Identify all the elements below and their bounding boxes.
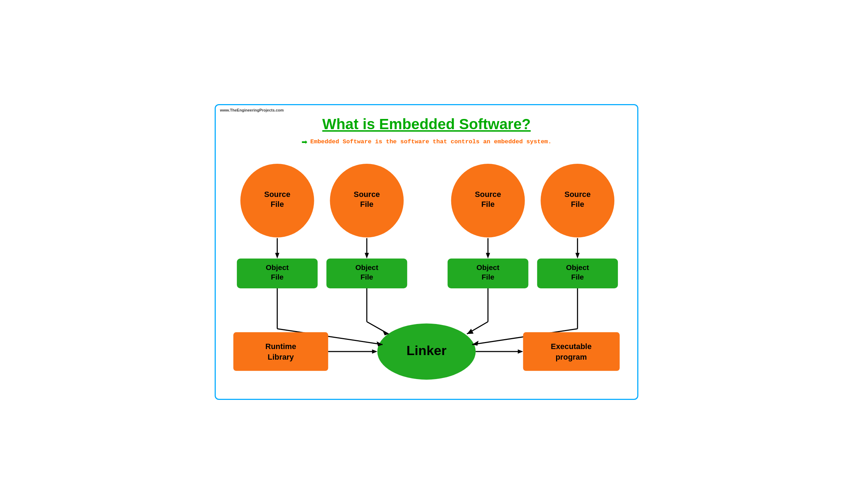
source-label-3: Source — [475, 190, 501, 199]
svg-text:File: File — [482, 273, 494, 281]
subtitle-text: Embedded Software is the software that c… — [310, 138, 552, 145]
svg-text:File: File — [360, 200, 374, 209]
object-label-2: Object — [355, 263, 378, 271]
linker-label: Linker — [406, 343, 447, 358]
source-label-2: Source — [354, 190, 380, 199]
runtime-label: Runtime — [265, 342, 296, 351]
svg-text:File: File — [270, 200, 284, 209]
executable-label: Executable — [551, 342, 592, 351]
diagram-container: www.TheEngineeringProjects.com What is E… — [215, 104, 638, 400]
executable-box — [523, 332, 620, 371]
object-label-1: Object — [266, 263, 289, 271]
svg-text:File: File — [271, 273, 284, 281]
main-title: What is Embedded Software? — [226, 116, 627, 133]
source-label-4: Source — [565, 190, 591, 199]
svg-marker-33 — [518, 349, 523, 354]
subtitle-row: ➡ Embedded Software is the software that… — [226, 138, 627, 146]
subtitle-arrow-icon: ➡ — [302, 138, 308, 146]
svg-text:File: File — [571, 273, 584, 281]
object-label-4: Object — [566, 263, 589, 271]
svg-marker-11 — [575, 253, 580, 258]
svg-marker-5 — [275, 253, 279, 258]
svg-marker-7 — [365, 253, 369, 258]
runtime-library-box — [233, 332, 328, 371]
object-label-3: Object — [477, 263, 500, 271]
svg-text:File: File — [360, 273, 373, 281]
svg-marker-9 — [486, 253, 490, 258]
svg-text:Library: Library — [268, 353, 294, 361]
svg-text:program: program — [555, 353, 587, 361]
svg-text:File: File — [481, 200, 495, 209]
svg-marker-30 — [372, 349, 377, 354]
watermark-text: www.TheEngineeringProjects.com — [220, 108, 284, 112]
svg-marker-24 — [467, 329, 473, 334]
diagram-svg: Source File Source File Source File Sour… — [226, 157, 627, 389]
source-label-1: Source — [264, 190, 290, 199]
svg-text:File: File — [571, 200, 584, 209]
